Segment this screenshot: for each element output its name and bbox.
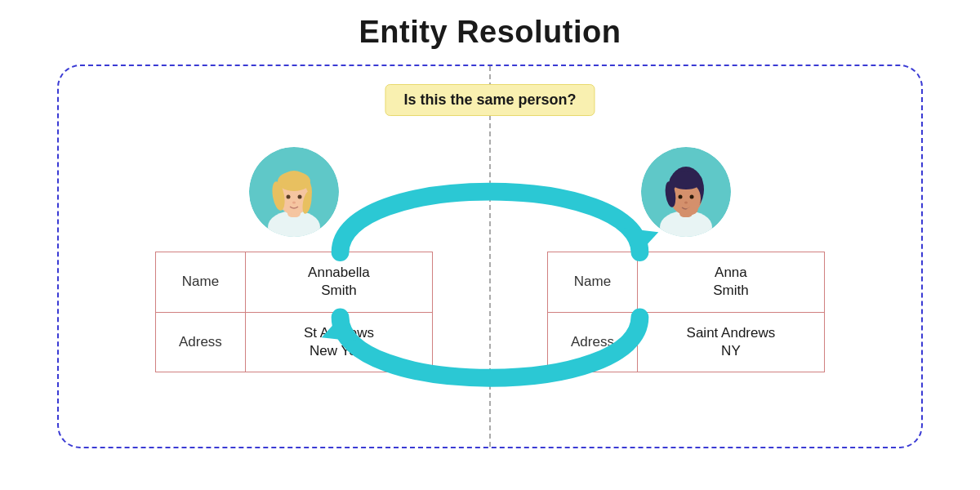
svg-point-9 [287,195,291,199]
right-name-value: AnnaSmith [637,252,824,312]
left-address-label: Adress [156,312,246,372]
table-row: Adress St AndrewsNew York [156,312,433,372]
svg-point-6 [278,172,310,191]
svg-point-10 [298,195,302,199]
svg-point-18 [670,172,702,189]
table-row: Adress Saint AndrewsNY [548,312,825,372]
question-banner: Is this the same person? [385,84,595,116]
left-panel: Name AnnabellaSmith Adress St AndrewsNew… [106,140,482,372]
left-data-table: Name AnnabellaSmith Adress St AndrewsNew… [155,252,433,372]
svg-point-21 [690,195,694,199]
center-divider [489,66,491,447]
left-name-label: Name [156,252,246,312]
right-address-value: Saint AndrewsNY [637,312,824,372]
left-address-value: St AndrewsNew York [245,312,432,372]
right-data-table: Name AnnaSmith Adress Saint AndrewsNY [547,252,825,372]
svg-point-22 [684,202,688,204]
left-name-value: AnnabellaSmith [245,252,432,312]
page-title: Entity Resolution [359,15,621,50]
table-row: Name AnnabellaSmith [156,252,433,312]
left-avatar [249,147,339,237]
svg-point-11 [292,202,296,204]
table-row: Name AnnaSmith [548,252,825,312]
right-avatar [641,147,731,237]
svg-point-20 [679,195,683,199]
right-address-label: Adress [548,312,638,372]
outer-container: Is this the same person? [57,65,923,448]
right-name-label: Name [548,252,638,312]
right-panel: Name AnnaSmith Adress Saint AndrewsNY [498,140,874,372]
